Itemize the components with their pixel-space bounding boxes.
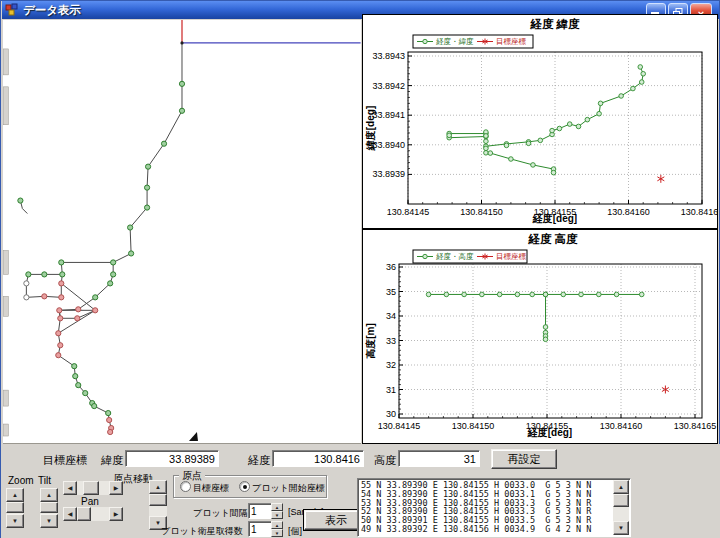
svg-text:35: 35 <box>386 287 396 297</box>
list-item[interactable]: 49 N 33.89392 E 130.84156 H 0034.9 G 4 2… <box>361 525 612 534</box>
plot-satellites-spinner[interactable]: ▲▼ <box>271 521 283 537</box>
spin-up-icon[interactable]: ▲ <box>271 503 283 511</box>
app-window: データ表示 × 経度 緯度130.84145130.84150130.84155… <box>0 0 720 538</box>
alt-label: 高度 <box>374 453 396 468</box>
tilt-down-button[interactable]: ▼ <box>40 514 58 528</box>
lon-label: 経度 <box>248 453 270 468</box>
svg-text:30: 30 <box>386 409 396 419</box>
spin-down-icon[interactable]: ▼ <box>271 511 283 519</box>
zoom-thumb[interactable] <box>6 502 24 513</box>
trajectory-plot <box>3 20 361 444</box>
list-scroll-down-button[interactable]: ▼ <box>613 521 629 535</box>
svg-text:130.84150: 130.84150 <box>460 207 503 217</box>
origin-radio-plot-start[interactable] <box>239 481 250 492</box>
pan-left-button[interactable]: ◀ <box>63 507 77 521</box>
svg-text:36: 36 <box>386 262 396 272</box>
svg-text:34: 34 <box>386 311 396 321</box>
svg-text:経度・緯度: 経度・緯度 <box>436 37 474 46</box>
window-title: データ表示 <box>23 3 81 18</box>
svg-text:31: 31 <box>386 385 396 395</box>
tilt-thumb[interactable] <box>40 502 58 513</box>
svg-text:経度[deg]: 経度[deg] <box>527 427 572 438</box>
svg-text:130.84145: 130.84145 <box>378 421 421 431</box>
lat-label: 緯度 <box>101 453 123 468</box>
tilt-up-button[interactable]: ▲ <box>40 488 58 502</box>
pan-label: Pan <box>81 496 99 507</box>
svg-text:経度[deg]: 経度[deg] <box>532 213 577 224</box>
svg-text:130.84145: 130.84145 <box>387 207 430 217</box>
svg-text:33: 33 <box>386 336 396 346</box>
plot-satellites-unit: [個] <box>288 525 302 538</box>
svg-text:経度 緯度: 経度 緯度 <box>529 17 580 30</box>
pan-up-right-button[interactable]: ▶ <box>109 481 123 495</box>
origin-radio-plot-start-label: プロット開始座標 <box>252 482 325 495</box>
svg-text:33.8941: 33.8941 <box>372 110 405 120</box>
svg-text:130.84165: 130.84165 <box>681 207 717 217</box>
pan-up-thumb[interactable] <box>83 481 99 495</box>
spin-up-icon[interactable]: ▲ <box>271 521 283 529</box>
svg-text:130.84150: 130.84150 <box>452 421 495 431</box>
svg-text:130.84160: 130.84160 <box>607 207 650 217</box>
zoom-up-button[interactable]: ▲ <box>6 488 24 502</box>
zoom-label: Zoom <box>8 475 34 486</box>
list-scroll-thumb[interactable] <box>613 494 629 507</box>
lat-input[interactable] <box>125 450 219 467</box>
tilt-label: Tilt <box>38 475 51 486</box>
alt-input[interactable] <box>398 450 480 467</box>
plot-interval-label: プロット間隔 <box>193 507 248 520</box>
svg-text:高度[m]: 高度[m] <box>365 323 376 359</box>
spin-down-icon[interactable]: ▼ <box>271 529 283 537</box>
plot-satellites-input[interactable] <box>248 521 272 537</box>
origin-radio-target-label: 目標座標 <box>193 482 229 495</box>
zoom-down-button[interactable]: ▼ <box>6 514 24 528</box>
app-icon <box>5 3 19 17</box>
svg-text:130.84160: 130.84160 <box>600 421 643 431</box>
svg-text:130.84165: 130.84165 <box>674 421 717 431</box>
svg-text:経度・高度: 経度・高度 <box>436 252 474 261</box>
plot-satellites-label: プロット衛星取得数 <box>161 525 243 538</box>
log-list-scrollbar[interactable]: ▲ ▼ <box>613 480 629 535</box>
origin-move-up-button[interactable]: ▲ <box>149 480 167 494</box>
svg-text:32: 32 <box>386 360 396 370</box>
reset-button[interactable]: 再設定 <box>491 449 557 469</box>
svg-text:33.8940: 33.8940 <box>372 140 405 150</box>
svg-text:緯度[deg]: 緯度[deg] <box>365 106 376 151</box>
pan-up-left-button[interactable]: ◀ <box>63 481 77 495</box>
lon-input[interactable] <box>272 450 364 467</box>
list-scroll-up-button[interactable]: ▲ <box>613 480 629 494</box>
lon-alt-chart: 経度 高度130.84145130.84150130.84155130.8416… <box>362 229 718 444</box>
svg-text:33.8943: 33.8943 <box>372 51 405 61</box>
lat-lon-chart: 経度 緯度130.84145130.84150130.84155130.8416… <box>362 14 718 229</box>
svg-text:経度 高度: 経度 高度 <box>527 232 578 245</box>
svg-text:33.8939: 33.8939 <box>372 169 405 179</box>
svg-text:33.8942: 33.8942 <box>372 81 405 91</box>
svg-text:目標座標: 目標座標 <box>496 252 527 261</box>
origin-radio-target[interactable] <box>180 481 191 492</box>
plot-interval-spinner[interactable]: ▲▼ <box>271 503 283 519</box>
pan-thumb[interactable] <box>77 507 91 521</box>
pan-right-button[interactable]: ▶ <box>109 507 123 521</box>
plot-interval-input[interactable] <box>248 503 272 519</box>
target-coord-label: 目標座標 <box>43 453 87 468</box>
log-listbox[interactable]: 55 N 33.89390 E 130.84155 H 0033.0 G 5 3… <box>357 478 631 537</box>
svg-text:目標座標: 目標座標 <box>496 37 527 46</box>
origin-move-thumb[interactable] <box>149 494 167 506</box>
